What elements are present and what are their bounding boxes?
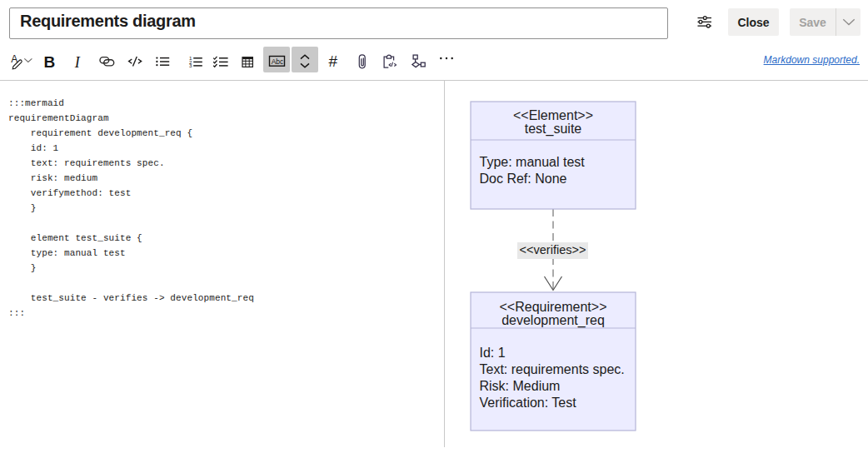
- svg-text:development_req: development_req: [501, 313, 605, 328]
- svg-text:Type: manual test: Type: manual test: [480, 155, 586, 169]
- svg-text:Risk: Medium: Risk: Medium: [480, 379, 561, 393]
- svg-text:<<Requirement>>: <<Requirement>>: [500, 300, 607, 314]
- svg-text:#: #: [329, 52, 338, 70]
- svg-text:<<Element>>: <<Element>>: [513, 108, 593, 122]
- svg-text:I: I: [74, 54, 81, 71]
- svg-text:Doc Ref: None: Doc Ref: None: [480, 172, 567, 186]
- svg-text:<<verifies>>: <<verifies>>: [520, 243, 586, 256]
- svg-text:Text: requirements spec.: Text: requirements spec.: [480, 362, 625, 376]
- svg-text:3: 3: [189, 62, 192, 68]
- svg-text:Verification: Test: Verification: Test: [480, 396, 577, 410]
- svg-text:Id: 1: Id: 1: [480, 346, 506, 360]
- svg-text:Abc: Abc: [272, 57, 284, 66]
- svg-text:test_suite: test_suite: [525, 122, 582, 137]
- svg-text:B: B: [43, 53, 55, 71]
